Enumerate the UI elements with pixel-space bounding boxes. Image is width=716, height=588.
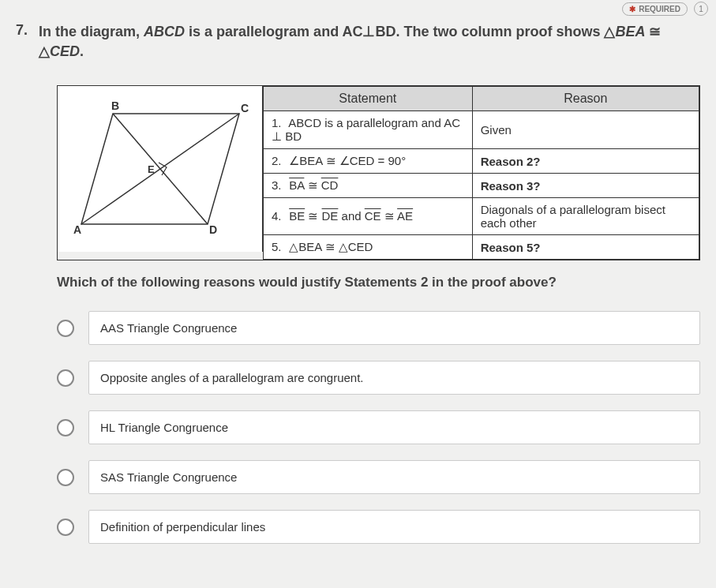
required-badge: REQUIRED	[622, 2, 688, 16]
header-reason: Reason	[472, 87, 699, 111]
option-hl[interactable]: HL Triangle Congruence	[57, 410, 700, 444]
label-e: E	[148, 163, 155, 175]
option-label: Opposite angles of a parallelogram are c…	[88, 361, 700, 395]
label-a: A	[73, 223, 81, 236]
follow-up-question: Which of the following reasons would jus…	[57, 275, 700, 290]
svg-line-2	[113, 114, 208, 224]
points-badge: 1	[694, 2, 708, 16]
radio-icon[interactable]	[57, 469, 74, 486]
proof-table: Statement Reason 1. ABCD is a parallelog…	[263, 86, 699, 260]
header-badges: REQUIRED 1	[622, 2, 708, 16]
label-c: C	[241, 102, 249, 114]
radio-icon[interactable]	[57, 369, 74, 387]
required-label: REQUIRED	[639, 5, 680, 13]
option-sas[interactable]: SAS Triangle Congruence	[57, 460, 700, 494]
question-number: 7.	[16, 22, 28, 62]
table-row: 5. △BEA ≅ △CED Reason 5?	[264, 235, 699, 260]
question-text: In the diagram, ABCD is a parallelogram …	[39, 22, 700, 62]
diagram-and-proof: B C A D E Statement Reason 1. ABCD is a …	[57, 85, 700, 260]
label-d: D	[209, 223, 217, 236]
proof-body: 1. ABCD is a parallelogram and AC ⊥ BD G…	[264, 111, 699, 260]
question-row: 7. In the diagram, ABCD is a parallelogr…	[16, 22, 700, 62]
label-b: B	[111, 99, 119, 112]
points-value: 1	[699, 5, 703, 13]
header-statement: Statement	[264, 87, 473, 111]
option-label: Definition of perpendicular lines	[88, 510, 700, 544]
table-row: 1. ABCD is a parallelogram and AC ⊥ BD G…	[264, 111, 699, 149]
content-area: B C A D E Statement Reason 1. ABCD is a …	[57, 85, 700, 544]
parallelogram-diagram: B C A D E	[58, 86, 263, 252]
radio-icon[interactable]	[57, 320, 74, 337]
radio-icon[interactable]	[57, 519, 74, 536]
radio-icon[interactable]	[57, 419, 74, 436]
table-row: 2. ∠BEA ≅ ∠CED = 90° Reason 2?	[264, 149, 699, 174]
table-row: 4. BE ≅ DE and CE ≅ AE Diagonals of a pa…	[264, 198, 699, 235]
option-aas[interactable]: AAS Triangle Congruence	[57, 311, 700, 345]
options-list: AAS Triangle Congruence Opposite angles …	[57, 311, 700, 544]
option-label: SAS Triangle Congruence	[88, 460, 700, 494]
option-label: AAS Triangle Congruence	[88, 311, 700, 345]
option-definition-perpendicular[interactable]: Definition of perpendicular lines	[57, 510, 700, 544]
option-label: HL Triangle Congruence	[88, 410, 700, 444]
option-opposite-angles[interactable]: Opposite angles of a parallelogram are c…	[57, 361, 700, 395]
table-row: 3. BA ≅ CD Reason 3?	[264, 174, 699, 198]
